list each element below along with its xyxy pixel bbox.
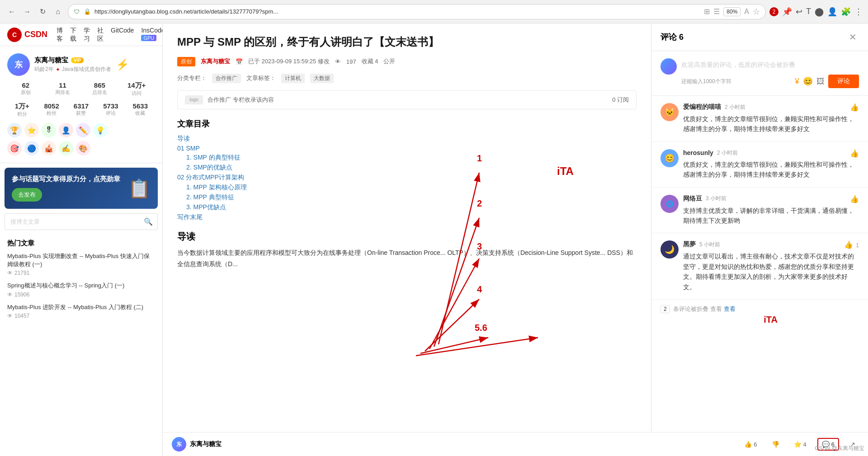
extension-icon[interactable]: 📌 xyxy=(782,7,792,17)
collect-article-button[interactable]: ⭐ 4 xyxy=(790,439,810,450)
comment-panel-title: 评论 6 xyxy=(660,32,684,42)
profile-info: 东离与糖宝 VIP 码龄2年 ✦ Java领域优质创作者 xyxy=(34,56,111,73)
refresh-button[interactable]: ↻ xyxy=(36,5,49,18)
url-text: https://dongliyutangbao.blog.csdn.net/ar… xyxy=(94,8,700,15)
reader-icon: ☰ xyxy=(713,7,720,16)
like-button-1[interactable]: 👍 xyxy=(850,103,859,112)
emoji-button[interactable]: 😊 xyxy=(803,76,813,86)
back-button[interactable]: ← xyxy=(5,5,18,18)
toc-link-mpp-pros[interactable]: 3. MPP优缺点 xyxy=(186,203,226,211)
article-main-title: MPP 与 SMP 的区别，终于有人讲明白了【文末送书】 xyxy=(177,34,637,50)
stat-points: 1万+ 积分 xyxy=(7,102,37,118)
nav-blog[interactable]: 博客 xyxy=(57,27,63,43)
nav-gitcode[interactable]: GitCode xyxy=(111,27,134,43)
zoom-level[interactable]: 80% xyxy=(723,7,741,16)
lock-icon: 🔒 xyxy=(84,8,91,15)
toc-link-smp-pros[interactable]: 2. SMP的优缺点 xyxy=(186,164,232,171)
comment-body-3: 网络豆 3 小时前 支持博主优质文章，讲解的非常详细，干货满满，通俗易懂，期待博… xyxy=(683,195,859,226)
list-item: Mybatis-Plus 实现增删改查 -- Mybatis-Plus 快速入门… xyxy=(7,252,155,276)
translate2-icon[interactable]: T xyxy=(806,7,811,16)
comment-body-2: herosunly 2 小时前 优质好文，博主的文章细节很到位，兼顾实用性和可操… xyxy=(683,149,859,180)
close-comment-panel-button[interactable]: ✕ xyxy=(846,31,859,43)
toc-link-smp-features[interactable]: 1. SMP 的典型特征 xyxy=(186,154,241,161)
nav-learn[interactable]: 学习 xyxy=(84,27,90,43)
toc-link-guide[interactable]: 导读 xyxy=(177,135,190,142)
toc-link-mpp-core[interactable]: 1. MPP 架构核心原理 xyxy=(186,183,247,191)
comment-time-3: 3 小时前 xyxy=(706,195,726,202)
commenter-avatar-3: 🌐 xyxy=(660,195,679,213)
toc-link-smp[interactable]: 01 SMP xyxy=(177,145,200,152)
avatar[interactable]: 东 xyxy=(7,53,30,76)
badge-2: ⭐ xyxy=(24,123,39,137)
tag-computer[interactable]: 计算机 xyxy=(281,74,305,83)
stat-comments-val: 5733 xyxy=(96,102,125,110)
stat-week-rank: 11 周排名 xyxy=(44,81,81,97)
menu-icon[interactable]: ⋮ xyxy=(854,7,863,17)
nav-inscode[interactable]: InsCode GPU xyxy=(141,27,163,43)
csdn-logo[interactable]: C CSDN xyxy=(7,28,47,42)
toc-link-mpp[interactable]: 02 分布式MPP计算架构 xyxy=(177,174,244,181)
like-article-button[interactable]: 👍 6 xyxy=(741,439,760,450)
calendar-icon: 📅 xyxy=(236,58,243,65)
address-bar[interactable]: 🛡 🔒 https://dongliyutangbao.blog.csdn.ne… xyxy=(68,4,766,19)
nav-download[interactable]: 下载 xyxy=(70,27,76,43)
toc-link-end[interactable]: 写作末尾 xyxy=(177,213,203,221)
stat-likes: 6317 获赞 xyxy=(66,102,96,118)
extensions-icon[interactable]: 🧩 xyxy=(841,7,851,17)
tag-bigdata[interactable]: 大数据 xyxy=(310,74,334,83)
rmb-button[interactable]: ¥ xyxy=(795,77,799,86)
author-link[interactable]: 东离与糖宝 xyxy=(201,57,230,66)
blog-search-input[interactable] xyxy=(5,214,139,230)
stat-comments-lbl: 评论 xyxy=(96,110,125,117)
article-tags-bar: 分类专栏： 合作推广 文章标签： 计算机 大数据 xyxy=(177,74,637,83)
toc-item-mpp-pros: 3. MPP优缺点 xyxy=(186,203,637,212)
csdn-header: C CSDN 博客 下载 学习 社区 GitCode InsCode GPU 🔥… xyxy=(0,24,162,46)
submit-comment-button[interactable]: 评论 xyxy=(828,75,859,88)
stat-favorites-lbl: 收藏 xyxy=(126,110,155,117)
stat-total-rank-val: 865 xyxy=(81,81,118,89)
toc-link-mpp-features[interactable]: 2. MPP 典型特征 xyxy=(186,193,234,201)
banner-icon: 📋 xyxy=(128,178,151,199)
commenter-avatar-2: 😊 xyxy=(660,149,679,167)
article-title-2[interactable]: Spring概述与核心概念学习 -- Spring入门 (一) xyxy=(7,282,155,290)
comment-body-1: 爱编程的喵喵 2 小时前 优质好文，博主的文章细节很到位，兼顾实用性和可操作性，… xyxy=(683,103,859,134)
stat-original-lbl: 原创 xyxy=(7,89,44,96)
article-meta-1: 👁 21791 xyxy=(7,270,155,276)
star-icon[interactable]: ☆ xyxy=(753,7,760,17)
collapsed-link[interactable]: 查看 xyxy=(724,306,736,312)
home-button[interactable]: ⌂ xyxy=(52,5,64,18)
article-title-1[interactable]: Mybatis-Plus 实现增删改查 -- Mybatis-Plus 快速入门… xyxy=(7,252,155,268)
like-button-3[interactable]: 👍 xyxy=(850,195,859,203)
blog-search-box[interactable]: 🔍 xyxy=(5,213,158,230)
category-tag[interactable]: 合作推广 xyxy=(212,74,241,83)
coop-logo: logo xyxy=(185,95,203,104)
banner-button[interactable]: 去发布 xyxy=(12,188,42,202)
gpu-badge: GPU xyxy=(141,35,156,41)
image-button[interactable]: 🖼 xyxy=(816,77,825,86)
badge-1: 🏆 xyxy=(7,123,22,137)
like-button-4[interactable]: 👍 1 xyxy=(844,240,859,249)
article-title-3[interactable]: Mybatis-Plus 进阶开发 -- Mybatis-Plus 入门教程 (… xyxy=(7,303,155,311)
collapsed-badge: 2 xyxy=(660,305,670,313)
comment-text-input[interactable] xyxy=(681,58,859,71)
forward-button[interactable]: → xyxy=(21,5,33,18)
dislike-article-button[interactable]: 👎 xyxy=(768,439,783,450)
badge-11: 🎨 xyxy=(76,141,90,155)
collect-count: 4 xyxy=(803,441,807,448)
circle-icon[interactable]: ⬤ xyxy=(815,7,824,17)
toc-item-mpp: 02 分布式MPP计算架构 xyxy=(177,174,637,182)
user-icon[interactable]: 👤 xyxy=(827,7,837,17)
nav-community[interactable]: 社区 xyxy=(97,27,104,43)
blog-search-button[interactable]: 🔍 xyxy=(139,214,157,230)
notifications-badge[interactable]: 2 xyxy=(769,7,778,16)
input-actions: ¥ 😊 🖼 评论 xyxy=(795,75,859,88)
commenter-name-3: 网络豆 xyxy=(683,195,702,203)
like-button-2[interactable]: 👍 xyxy=(850,149,859,158)
comment-text-1: 优质好文，博主的文章细节很到位，兼顾实用性和可操作性，感谢博主的分享，期待博主持… xyxy=(683,114,859,134)
comment-text-4: 通过文章可以看出，博主很有耐心，技术文章不仅是对技术的坚守，更是对知识的热忱和热… xyxy=(683,251,859,292)
author-name-bottom: 东离与糖宝 xyxy=(190,440,222,448)
list-item: Spring概述与核心概念学习 -- Spring入门 (一) 👁 15906 xyxy=(7,282,155,297)
eye-icon-article: 👁 xyxy=(335,58,341,65)
article-collected: 收藏 4 xyxy=(362,57,378,66)
undo-icon[interactable]: ↩ xyxy=(796,7,802,17)
